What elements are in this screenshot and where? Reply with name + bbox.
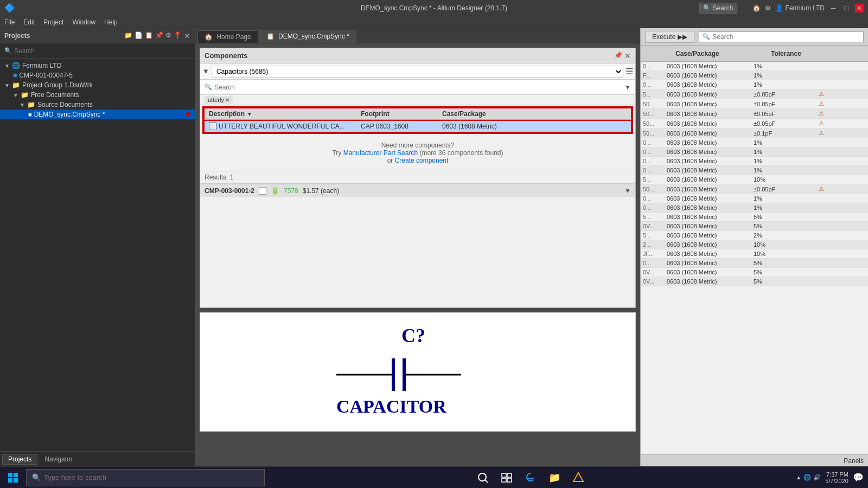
tree-item-fermium[interactable]: ▼ 🌐 Fermium LTD (0, 61, 195, 70)
execute-arrow-icon: ▶▶ (678, 33, 687, 41)
tree-item-source-docs[interactable]: ▼ 📁 Source Documents (0, 100, 195, 110)
menu-edit[interactable]: Edit (23, 18, 35, 26)
panels-label[interactable]: Panels (844, 457, 864, 465)
comp-table-bordered: Description ▼ Footprint Case/Package UTT… (202, 106, 633, 134)
tab-homepage[interactable]: 🏠 Home Page (197, 30, 258, 43)
manufacturer-part-search-link[interactable]: Manufacturer Part Search (343, 149, 418, 157)
menu-window[interactable]: Window (72, 18, 95, 26)
project-tree: ▼ 🌐 Fermium LTD ■ CMP-001-00047-5 ▼ 📁 Pr… (0, 59, 195, 451)
menu-project[interactable]: Project (43, 18, 63, 26)
rt-prefix: 50... (643, 130, 667, 137)
notification-icon[interactable]: 💬 (853, 472, 864, 483)
taskbar-search-bar[interactable]: 🔍 (26, 469, 265, 486)
tab-demo-sync[interactable]: 📋 DEMO_sync.CmpSync * (259, 30, 356, 43)
panel-icon2[interactable]: 📄 (135, 31, 143, 40)
panel-icon3[interactable]: 📋 (145, 31, 153, 40)
taskbar-task-view[interactable] (496, 467, 518, 489)
panel-icon1[interactable]: 📁 (124, 31, 132, 40)
menu-help[interactable]: Help (104, 18, 118, 26)
rt-warning-icon: ⚠ (819, 130, 829, 137)
rt-case: 0603 (1608 Metric) (667, 101, 754, 107)
rt-case: 0603 (1608 Metric) (667, 176, 754, 183)
rt-prefix: 0V... (643, 223, 667, 229)
comp-table-header: Description ▼ Footprint Case/Package (203, 107, 632, 120)
more-text: Need more components? (381, 142, 455, 149)
comp-pin-icon[interactable]: 📌 (614, 52, 622, 60)
panel-settings-icon[interactable]: ⚙ (165, 31, 171, 40)
tray-volume-icon[interactable]: 🔊 (813, 474, 821, 481)
comp-close-icon[interactable]: ✕ (624, 52, 631, 60)
sort-icon[interactable]: ▼ (247, 111, 252, 117)
comp-category-select[interactable]: Capacitors (5685) (212, 66, 623, 78)
panel-search-input[interactable] (14, 47, 190, 55)
tab-projects[interactable]: Projects (2, 454, 37, 465)
comp-checkbox[interactable] (259, 187, 266, 195)
rt-row-14: 0... 0603 (1608 Metric) 1% (641, 194, 868, 203)
tab-homepage-label: Home Page (216, 33, 251, 41)
svg-line-9 (485, 480, 488, 483)
taskbar-search-input[interactable] (44, 473, 259, 481)
more-try-label: Try (332, 149, 343, 157)
tree-label-project: Project Group 1.DsnWrk (22, 81, 93, 89)
rt-row-13: 50... 0603 (1608 Metric) ±0.05pF ⚠ (641, 184, 868, 194)
tree-item-free-docs[interactable]: ▼ 📁 Free Documents (0, 90, 195, 100)
comp-table-row[interactable]: UTTERLY BEAUTIFUL WONDERFUL CA... CAP 06… (203, 120, 632, 133)
filter-icon[interactable]: ▼ (202, 67, 209, 75)
tree-item-project[interactable]: ▼ 📁 Project Group 1.DsnWrk (0, 80, 195, 90)
rt-row-21: 0... 0603 (1608 Metric) 5% (641, 259, 868, 268)
right-search-box[interactable]: 🔍 (699, 31, 864, 42)
center-area: 🏠 Home Page 📋 DEMO_sync.CmpSync * Compon… (195, 28, 640, 466)
right-search-input[interactable] (712, 33, 860, 41)
comp-detail-row: CMP-003-0001-2 🔋 7578 $1.57 (each) ▼ (200, 184, 635, 197)
menu-icon[interactable]: ☰ (626, 66, 633, 76)
rt-prefix: 0... (643, 81, 667, 88)
right-table: 0... 0603 (1608 Metric) 1% F... 0603 (16… (641, 62, 868, 454)
description-col-label: Description (209, 110, 245, 118)
svg-rect-5 (14, 473, 18, 477)
close-button[interactable]: ✕ (855, 4, 864, 12)
menu-file[interactable]: File (4, 18, 15, 26)
create-component-link[interactable]: Create component (395, 157, 449, 164)
comp-search-bar: 🔍 ▼ (200, 80, 635, 95)
panel-close-icon[interactable]: ✕ (184, 31, 190, 40)
rt-warning-icon: ⚠ (819, 91, 829, 98)
maximize-button[interactable]: □ (842, 4, 851, 12)
taskbar-edge[interactable] (520, 467, 541, 489)
tab-navigator[interactable]: Navigator (39, 454, 78, 465)
home-tab-icon: 🏠 (205, 33, 213, 41)
taskbar-files[interactable]: 📁 (544, 467, 565, 489)
tree-item-cmp[interactable]: ■ CMP-001-00047-5 (0, 70, 195, 80)
start-button[interactable] (4, 469, 22, 486)
filter-tags: utterly ✕ (200, 95, 635, 105)
panel-header: Projects 📁 📄 📋 📌 ⚙ 📍 ✕ (0, 28, 195, 43)
rt-prefix: 5... (643, 214, 667, 220)
taskbar-search-app[interactable] (472, 467, 494, 489)
components-panel: Components 📌 ✕ ▼ Capacitors (5685) ☰ 🔍 ▼ (200, 48, 636, 308)
svg-rect-11 (507, 473, 512, 477)
comp-search-dropdown-icon[interactable]: ▼ (624, 84, 631, 91)
panel-search: 🔍 (0, 43, 195, 59)
tray-up-icon[interactable]: ▲ (796, 474, 801, 480)
rt-prefix: 5... (643, 232, 667, 239)
panel-title: Projects (4, 32, 30, 40)
tray-network-icon[interactable]: 🌐 (803, 474, 811, 481)
filter-tag-utterly[interactable]: utterly ✕ (205, 96, 233, 104)
rt-row-3: 5... 0603 (1608 Metric) ±0.05pF ⚠ (641, 89, 868, 99)
minimize-button[interactable]: ─ (829, 4, 838, 12)
titlebar-search-box[interactable]: 🔍 Search (699, 3, 737, 14)
rt-tolerance: ±0.05pF (754, 186, 819, 192)
panel-pin-icon[interactable]: 📍 (174, 31, 182, 40)
tree-item-demo-sync[interactable]: ■ DEMO_sync.CmpSync * (0, 110, 195, 119)
taskbar-altium[interactable] (567, 467, 589, 489)
svg-rect-7 (14, 478, 18, 483)
panel-icon4[interactable]: 📌 (155, 31, 163, 40)
comp-search-input[interactable] (214, 84, 622, 91)
svg-rect-4 (8, 473, 12, 477)
execute-button[interactable]: Execute ▶▶ (645, 31, 694, 43)
rt-warning-icon: ⚠ (819, 100, 829, 107)
rt-prefix: 0... (643, 195, 667, 202)
filter-tag-remove-icon[interactable]: ✕ (225, 97, 229, 103)
comp-more-section: Need more components? Try Manufacturer P… (200, 135, 635, 171)
detail-expand-icon[interactable]: ▼ (624, 187, 631, 195)
rt-case: 0603 (1608 Metric) (667, 72, 754, 79)
